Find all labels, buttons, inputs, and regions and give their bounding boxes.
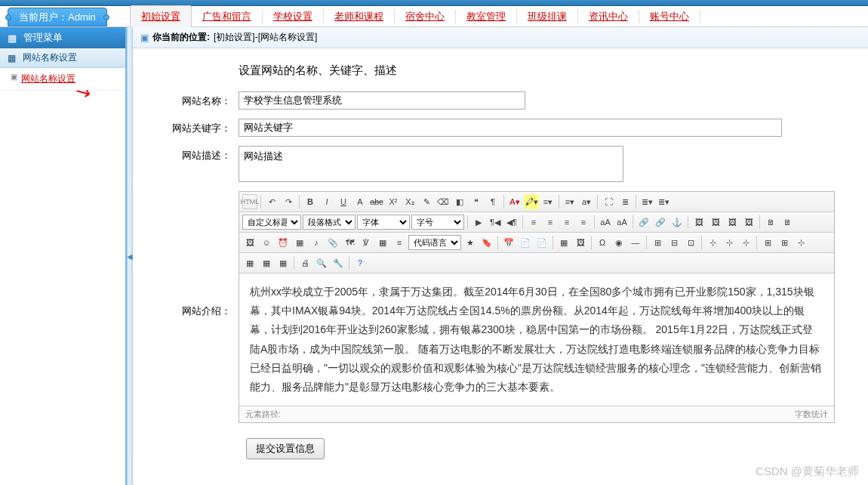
indent-icon[interactable]: ▶ xyxy=(471,215,486,230)
tolowercase-icon[interactable]: аA xyxy=(614,215,629,230)
inserttitle-icon[interactable]: ⊞ xyxy=(777,235,792,250)
link-icon[interactable]: 🔗 xyxy=(636,215,651,230)
nav-news-center[interactable]: 资讯中心 xyxy=(578,10,639,23)
superscript-icon[interactable]: X² xyxy=(386,194,401,209)
splittocols-icon[interactable]: ⊹ xyxy=(722,235,737,250)
site-desc-textarea[interactable]: 网站描述 xyxy=(239,146,623,182)
eraser-icon[interactable]: ⌫ xyxy=(436,194,451,209)
current-user-tab[interactable]: 当前用户：Admin xyxy=(8,8,107,26)
word-count-label[interactable]: 字数统计 xyxy=(795,409,828,420)
help-icon[interactable]: ? xyxy=(352,255,368,270)
subscript-icon[interactable]: X₂ xyxy=(402,194,417,209)
pasteplain-icon[interactable]: ¶ xyxy=(485,194,500,209)
splittorows-icon[interactable]: ⊹ xyxy=(705,235,720,250)
insertimage-icon[interactable]: 🗎 xyxy=(763,215,778,230)
mergedown-icon[interactable]: ⊞ xyxy=(650,235,665,250)
music-icon[interactable]: ♪ xyxy=(309,235,324,250)
unlink-icon[interactable]: 🔗 xyxy=(653,215,668,230)
nav-class-schedule[interactable]: 班级排课 xyxy=(517,10,578,23)
source-html-button[interactable]: HTML xyxy=(242,194,257,209)
sidebar-splitter[interactable]: ◀ xyxy=(127,27,133,485)
underline-icon[interactable]: U xyxy=(336,194,351,209)
font-size-select[interactable]: 字号 xyxy=(411,215,464,230)
site-name-input[interactable] xyxy=(239,91,525,110)
forecolor-icon[interactable]: A▾ xyxy=(507,194,522,209)
nav-initial-settings[interactable]: 初始设置 xyxy=(130,5,192,27)
outdent-icon[interactable]: ¶◀ xyxy=(488,215,503,230)
insertlist-ordered-icon[interactable]: ≡▾ xyxy=(540,194,556,209)
pencil-icon[interactable]: ✎ xyxy=(419,194,434,209)
undo-icon[interactable]: ↶ xyxy=(264,194,279,209)
blockquote-icon[interactable]: ❝ xyxy=(469,194,484,209)
formatmatch-icon[interactable]: ◧ xyxy=(452,194,467,209)
insertparagraphafter-icon[interactable]: ▦ xyxy=(275,255,291,270)
editor-content[interactable]: 杭州xx学校成立于2005年，隶属于万达集团。截至2014年6月30日，在全国8… xyxy=(239,273,834,406)
nav-teachers-courses[interactable]: 老师和课程 xyxy=(324,10,395,23)
emotion-icon[interactable]: ☺ xyxy=(259,235,274,250)
spechars-icon[interactable]: Ω xyxy=(595,235,610,250)
insertfile-icon[interactable]: 🗎 xyxy=(780,215,795,230)
nav-school-settings[interactable]: 学校设置 xyxy=(263,10,324,23)
direction-rtl-icon[interactable]: ◀¶ xyxy=(504,215,519,230)
rowspacing-bottom-icon[interactable]: ≣▾ xyxy=(656,194,671,209)
justify-center-icon[interactable]: ≡ xyxy=(543,215,558,230)
justify-right-icon[interactable]: ≡ xyxy=(559,215,574,230)
justify-full-icon[interactable]: ≡ xyxy=(576,215,591,230)
inserttable-icon[interactable]: ▦ xyxy=(556,235,571,250)
deleterow-icon[interactable]: ⊟ xyxy=(666,235,682,250)
image-none-icon[interactable]: 🖼 xyxy=(691,215,706,230)
insertparagraphbefore-icon[interactable]: ▦ xyxy=(259,255,274,270)
custom-title-select[interactable]: 自定义标题 xyxy=(242,215,301,230)
insertvideo-icon[interactable]: ▦ xyxy=(292,235,307,250)
scrawl-icon[interactable]: 🖼 xyxy=(573,235,588,250)
time-icon[interactable]: ⏰ xyxy=(275,235,291,250)
sidebar-item-site-name-settings[interactable]: 网站名称设置 xyxy=(0,68,125,91)
touppercase-icon[interactable]: аA xyxy=(598,215,613,230)
strikethrough-icon[interactable]: abc xyxy=(369,194,384,209)
mergecells-icon[interactable]: ⊹ xyxy=(793,235,808,250)
rowspacing-top-icon[interactable]: ≣▾ xyxy=(639,194,654,209)
print-icon[interactable]: 🖨 xyxy=(297,255,312,270)
paragraph-format-select[interactable]: 段落格式 xyxy=(303,215,356,230)
map-icon[interactable]: 🗺 xyxy=(342,235,357,250)
justify-left-icon[interactable]: ≡ xyxy=(526,215,541,230)
insertlist-unordered-icon[interactable]: ≡▾ xyxy=(562,194,577,209)
date-icon[interactable]: 📅 xyxy=(501,235,516,250)
insertcode-icon[interactable]: ≡ xyxy=(392,235,407,250)
background-icon[interactable]: 🔖 xyxy=(479,235,494,250)
deletecol-icon[interactable]: ⊡ xyxy=(683,235,698,250)
sidebar-section-site-name[interactable]: 网站名称设置 xyxy=(0,48,125,68)
wordimage-icon[interactable]: 📄 xyxy=(534,235,549,250)
redo-icon[interactable]: ↷ xyxy=(281,194,296,209)
insertframe-icon[interactable]: ▦ xyxy=(375,235,390,250)
font-family-select[interactable]: 字体 xyxy=(357,215,410,230)
snapscreen-icon[interactable]: 📄 xyxy=(518,235,533,250)
template-icon[interactable]: ★ xyxy=(463,235,478,250)
drafts-icon[interactable]: 🔧 xyxy=(331,255,346,270)
directionality-ltr-icon[interactable]: ≣ xyxy=(617,194,633,209)
nav-account-center[interactable]: 账号中心 xyxy=(639,10,700,23)
splittocells-icon[interactable]: ⊹ xyxy=(738,235,753,250)
image-right-icon[interactable]: 🖼 xyxy=(725,215,740,230)
image-center-icon[interactable]: 🖼 xyxy=(741,215,756,230)
code-language-select[interactable]: 代码语言 xyxy=(408,235,461,250)
fullscreen-icon[interactable]: ⛶ xyxy=(601,194,616,209)
simpleupload-icon[interactable]: 🖼 xyxy=(242,235,257,250)
backcolor-icon[interactable]: 🖍▾ xyxy=(524,194,539,209)
autotypeset-icon[interactable]: a▾ xyxy=(579,194,594,209)
deletetable-icon[interactable]: ▦ xyxy=(242,255,257,270)
nav-dorm-center[interactable]: 宿舍中心 xyxy=(395,10,456,23)
submit-button[interactable]: 提交设置信息 xyxy=(246,438,325,459)
fontborder-icon[interactable]: A xyxy=(352,194,368,209)
anchor-icon[interactable]: ⚓ xyxy=(669,215,685,230)
nav-ads-messages[interactable]: 广告和留言 xyxy=(192,10,263,23)
image-left-icon[interactable]: 🖼 xyxy=(708,215,723,230)
deletecaption-icon[interactable]: ⊞ xyxy=(760,235,775,250)
gmap-icon[interactable]: ℣ xyxy=(359,235,374,250)
preview-icon[interactable]: 🔍 xyxy=(314,255,329,270)
searchreplace-icon[interactable]: ◉ xyxy=(611,235,626,250)
bold-icon[interactable]: B xyxy=(303,194,318,209)
attachment-icon[interactable]: 📎 xyxy=(325,235,340,250)
horizontal-icon[interactable]: — xyxy=(628,235,643,250)
nav-classroom-mgmt[interactable]: 教室管理 xyxy=(456,10,517,23)
